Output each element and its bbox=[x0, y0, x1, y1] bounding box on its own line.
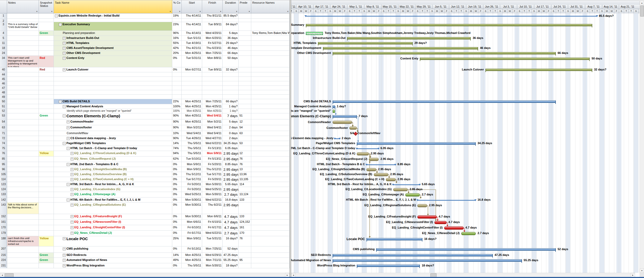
task-name-cell[interactable]: Planning and preparation bbox=[54, 31, 172, 36]
filter-dropdown-icon[interactable]: ▼ bbox=[248, 11, 250, 12]
gantt-bar-blue[interactable] bbox=[357, 265, 420, 267]
task-name-cell[interactable]: +Automated Migration of News bbox=[54, 258, 172, 263]
task-name-cell[interactable]: +EQ_Landing_C/InsightCenterFilter (I) bbox=[54, 225, 172, 231]
row-number[interactable]: 207 bbox=[0, 246, 7, 253]
scrollbar-thumb[interactable] bbox=[5, 273, 14, 277]
row-number[interactable]: 170 bbox=[0, 225, 7, 231]
task-name-cell[interactable] bbox=[54, 90, 172, 95]
row-number[interactable]: 142 bbox=[0, 198, 7, 203]
expand-icon[interactable]: + bbox=[71, 221, 74, 224]
filter-dropdown-icon[interactable]: ▼ bbox=[51, 11, 53, 12]
filter-dropdown-icon[interactable]: ▼ bbox=[36, 11, 38, 12]
scroll-right-icon[interactable]: ► bbox=[631, 273, 635, 277]
gantt-bar-task[interactable] bbox=[366, 168, 376, 171]
row-number[interactable]: 24 bbox=[0, 51, 7, 56]
expand-icon[interactable]: + bbox=[71, 188, 74, 191]
collapse-icon[interactable]: − bbox=[63, 114, 66, 117]
column-header-finish[interactable]: Finish▼ bbox=[202, 0, 223, 13]
gantt-bar-green[interactable] bbox=[405, 193, 420, 196]
chart-horizontal-scrollbar[interactable]: ◄ ► bbox=[291, 273, 635, 277]
task-name-cell[interactable]: +EQ_Landing_C/NewsroomFilter (I) bbox=[54, 220, 172, 225]
row-number[interactable]: 3 bbox=[0, 22, 7, 31]
gantt-bar-task[interactable] bbox=[369, 158, 379, 161]
scroll-up-icon[interactable]: ▲ bbox=[640, 1, 644, 5]
gantt-bar-task[interactable] bbox=[349, 127, 357, 130]
task-name-cell[interactable] bbox=[54, 77, 172, 81]
gantt-bar-blue[interactable] bbox=[333, 105, 335, 108]
gantt-bar-task[interactable] bbox=[333, 121, 352, 124]
row-number[interactable]: 143 bbox=[0, 203, 7, 214]
expand-icon[interactable]: + bbox=[71, 193, 74, 196]
task-name-cell[interactable]: +EQ_News_C/NewsDetail (J) bbox=[54, 231, 172, 236]
gantt-bar-olive[interactable] bbox=[485, 69, 592, 71]
scrollbar-thumb[interactable] bbox=[430, 273, 437, 277]
row-number[interactable]: 231 bbox=[0, 263, 7, 268]
gantt-bar-blue[interactable] bbox=[357, 142, 476, 145]
task-name-cell[interactable]: Common/leftNav bbox=[54, 131, 172, 136]
expand-icon[interactable]: + bbox=[71, 158, 74, 160]
row-number[interactable]: 44 bbox=[0, 72, 7, 77]
row-number[interactable]: 124 bbox=[0, 187, 7, 192]
gantt-bar-summary-line[interactable] bbox=[366, 164, 396, 165]
expand-icon[interactable]: + bbox=[71, 232, 74, 235]
table-horizontal-scrollbar[interactable]: ◄ ► bbox=[0, 273, 290, 277]
task-name-cell[interactable]: −Common Elements (C-Clamp) bbox=[54, 113, 172, 119]
task-name-cell[interactable]: −Page/Widget CMS Templates bbox=[54, 141, 172, 146]
column-header-duration[interactable]: Duration▼ bbox=[223, 0, 239, 13]
task-name-cell[interactable]: +Infrastructure Build-Out bbox=[54, 36, 172, 41]
row-number[interactable]: 72 bbox=[0, 136, 7, 141]
expand-icon[interactable]: + bbox=[71, 226, 74, 229]
row-number[interactable]: 96 bbox=[0, 167, 7, 172]
scroll-left-icon[interactable]: ◄ bbox=[0, 273, 4, 277]
gantt-bar-greens[interactable] bbox=[333, 110, 335, 113]
collapse-icon[interactable]: − bbox=[59, 23, 62, 26]
gantt-bar-green[interactable] bbox=[461, 232, 476, 235]
gantt-bar-summary-line[interactable] bbox=[357, 148, 379, 149]
gantt-bar-olive[interactable] bbox=[420, 58, 590, 60]
expand-icon[interactable]: + bbox=[63, 254, 66, 257]
expand-icon[interactable]: + bbox=[71, 173, 74, 176]
gantt-bar-task[interactable] bbox=[417, 204, 427, 207]
scroll-right-icon[interactable]: ► bbox=[285, 273, 290, 277]
column-header-percent-complete[interactable]: % Co▼ bbox=[172, 0, 182, 13]
collapse-icon[interactable]: − bbox=[67, 183, 70, 186]
task-name-cell[interactable]: +Launch Cutover bbox=[54, 67, 172, 72]
scroll-left-icon[interactable]: ◄ bbox=[291, 273, 296, 277]
task-name-cell[interactable] bbox=[54, 81, 172, 86]
row-number[interactable]: 51 bbox=[0, 104, 7, 109]
task-name-cell[interactable]: +EQ_Landing_C/Homepage (A) bbox=[54, 192, 172, 198]
expand-icon[interactable]: + bbox=[71, 152, 74, 155]
row-number[interactable]: 123 bbox=[0, 182, 7, 187]
collapse-icon[interactable]: − bbox=[67, 163, 70, 166]
task-name-cell[interactable]: +EQ_Landing_C/RegionalSolutions (E) bbox=[54, 203, 172, 214]
row-number[interactable]: 85 bbox=[0, 156, 7, 162]
gantt-bar-olive[interactable] bbox=[333, 52, 556, 54]
column-header-notes[interactable]: Notes▼ bbox=[7, 0, 39, 13]
row-number[interactable]: 179 bbox=[0, 231, 7, 236]
task-name-cell[interactable]: −HTML 1st Batch - C-Clamp and Template D… bbox=[54, 146, 172, 151]
row-number[interactable]: 5 bbox=[0, 36, 7, 41]
column-header-start[interactable]: Start▼ bbox=[182, 0, 202, 13]
column-header-snapshot-status[interactable]: Snapshot Status▼ bbox=[39, 0, 54, 13]
row-number[interactable]: 1 bbox=[0, 13, 7, 19]
row-number[interactable]: 216 bbox=[0, 253, 7, 258]
task-name-cell[interactable]: Identify which page elements are "manged… bbox=[54, 109, 172, 113]
task-name-cell[interactable]: +EQ_News_C/AssetRequest (J) bbox=[54, 156, 172, 162]
task-name-cell[interactable]: +EQ_Landing_C/InsightSocialMedia (B) bbox=[54, 167, 172, 172]
expand-icon[interactable]: + bbox=[63, 68, 66, 71]
task-name-cell[interactable]: −Equinix.com Website Redesign - Initial … bbox=[54, 13, 172, 19]
row-number[interactable]: 34 bbox=[0, 56, 7, 67]
expand-icon[interactable]: + bbox=[63, 37, 66, 40]
task-name-cell[interactable]: +EQ_Landing_C/FeaturedInsight (F) bbox=[54, 214, 172, 220]
expand-icon[interactable]: + bbox=[71, 204, 74, 206]
gantt-bar-red[interactable] bbox=[434, 221, 447, 224]
row-number[interactable]: 71 bbox=[0, 131, 7, 136]
row-number[interactable]: 95 bbox=[0, 162, 7, 167]
gantt-bar-blue[interactable] bbox=[376, 248, 556, 251]
gantt-bar-blue[interactable] bbox=[333, 259, 522, 262]
row-number[interactable]: 224 bbox=[0, 258, 7, 263]
task-name-cell[interactable]: +CS Element data mapping - Jesty bbox=[54, 136, 172, 141]
gantt-bar-olive[interactable] bbox=[323, 47, 478, 49]
task-name-cell[interactable]: +Common/footer bbox=[54, 125, 172, 131]
gantt-bar-red[interactable] bbox=[417, 215, 437, 219]
